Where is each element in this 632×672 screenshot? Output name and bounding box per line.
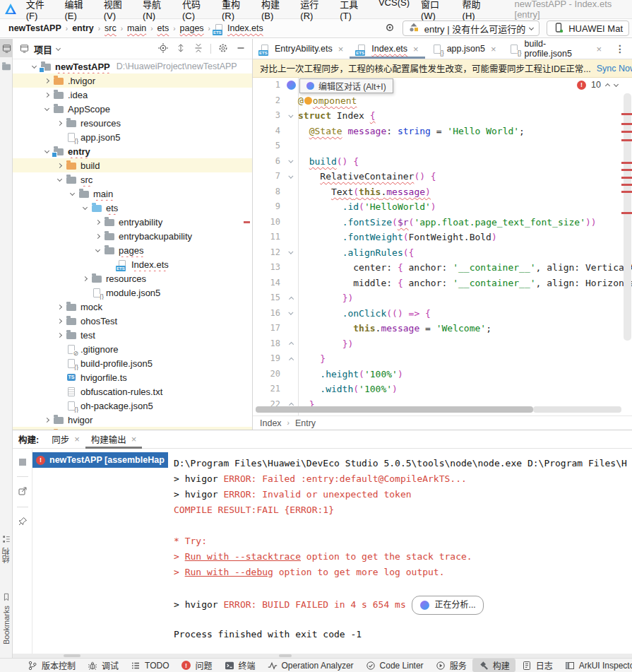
tree-row[interactable]: entry (13, 144, 252, 158)
tool-button-structure[interactable]: 结构 (0, 534, 13, 563)
close-icon[interactable]: × (131, 434, 137, 444)
tree-row[interactable]: build (13, 158, 252, 172)
menu-item[interactable]: 运行(R) (294, 0, 334, 23)
tree-row[interactable]: src (13, 172, 252, 187)
tree-chevron[interactable] (54, 319, 66, 323)
error-stripe-mark[interactable] (621, 113, 632, 115)
editor-tab[interactable]: ETSEntryAbility.ets× (253, 39, 350, 59)
tree-row[interactable]: newTestAPPD:\HuaweiProject\newTestAPP (13, 59, 252, 73)
tree-row[interactable]: mock (13, 300, 252, 314)
tree-chevron[interactable] (54, 305, 66, 309)
fold-marker[interactable] (284, 115, 298, 117)
menu-item[interactable]: 导航(N) (137, 0, 177, 23)
tree-row[interactable]: .hvigor (13, 73, 252, 88)
console-link[interactable]: Run with --debug (185, 567, 273, 577)
menu-item[interactable]: 编辑(E) (59, 0, 97, 23)
tree-row[interactable]: .idea (13, 88, 252, 102)
tree-row[interactable]: resources (13, 116, 252, 130)
status-bar-item[interactable]: ArkUI Inspector (559, 659, 632, 672)
close-icon[interactable]: × (74, 434, 80, 444)
menu-item[interactable]: 重构(R) (216, 0, 256, 23)
tree-chevron[interactable] (92, 220, 104, 224)
tree-row[interactable]: pages (13, 243, 252, 257)
tree-chevron[interactable] (41, 108, 53, 110)
close-icon[interactable]: × (338, 44, 344, 54)
settings-gear-button[interactable] (217, 42, 229, 55)
error-stripe-mark[interactable] (621, 139, 632, 141)
tree-row[interactable]: ⊘.gitignore (13, 342, 252, 356)
prev-error-icon[interactable] (605, 83, 610, 88)
status-bar-item[interactable]: Operation Analyzer (261, 659, 359, 672)
build-panel-tab[interactable]: 构建输出× (85, 430, 143, 449)
build-task-item[interactable]: ! newTestAPP [assembleHap (32, 452, 168, 468)
tree-row[interactable]: TShvigorfile.ts (13, 370, 252, 384)
tree-row[interactable]: {}build-profile.json5 (13, 356, 252, 370)
fold-marker[interactable] (284, 341, 298, 346)
tree-chevron[interactable] (54, 122, 66, 125)
pin-button[interactable] (17, 516, 28, 529)
collapse-all-button[interactable] (193, 42, 204, 55)
tree-row[interactable]: entryability (13, 215, 252, 229)
error-stripe-mark[interactable] (621, 191, 632, 193)
tree-chevron[interactable] (79, 277, 91, 281)
stop-button[interactable] (17, 456, 28, 468)
status-bar-item[interactable]: TODO (124, 659, 174, 672)
status-bar-item[interactable]: !问题 (174, 659, 217, 672)
tree-row[interactable]: resources (13, 271, 252, 285)
tree-row[interactable]: {}module.json5 (13, 285, 252, 300)
run-target-icon[interactable] (384, 22, 395, 33)
error-stripe-mark[interactable] (621, 131, 632, 133)
breadcrumb-item[interactable]: ets (156, 23, 171, 33)
tool-button-project-tool[interactable] (0, 39, 13, 57)
tool-button-bookmarks[interactable]: Bookmarks (0, 591, 13, 644)
tree-row[interactable]: ets (13, 201, 252, 215)
build-panel-tab[interactable]: 同步× (46, 430, 85, 449)
error-stripe-mark[interactable] (621, 169, 632, 171)
breadcrumb-item[interactable]: newTestAPP (7, 23, 63, 33)
error-stripe-mark[interactable] (621, 177, 632, 179)
horizontal-scrollbar[interactable] (256, 406, 533, 413)
tool-button-folder-tool[interactable] (0, 57, 13, 76)
fold-marker[interactable] (284, 252, 298, 254)
tree-row[interactable]: main (13, 187, 252, 201)
fold-marker[interactable] (284, 312, 298, 314)
device-select[interactable]: HUAWEI Mat (547, 20, 629, 36)
close-icon[interactable]: × (596, 44, 602, 54)
breadcrumb-item[interactable]: Index.ets (226, 23, 265, 33)
build-console[interactable]: D:\Program Files\Huawei\DevEco Studio 5.… (168, 449, 632, 654)
tree-chevron[interactable] (41, 79, 53, 83)
expand-all-button[interactable] (175, 42, 186, 55)
attach-target-icon[interactable] (384, 22, 395, 35)
tree-chevron[interactable] (54, 334, 66, 337)
scrollbar-thumb[interactable] (64, 654, 81, 657)
status-bar-item[interactable]: 服务 (429, 659, 472, 672)
tree-row[interactable]: AppScope (13, 102, 252, 116)
fold-marker[interactable] (284, 176, 298, 178)
tree-row[interactable]: ohosTest (13, 314, 252, 328)
tree-row[interactable]: ETSIndex.ets (13, 257, 252, 271)
tree-chevron[interactable] (54, 164, 66, 167)
fold-marker[interactable] (284, 357, 298, 362)
tree-row[interactable]: {}app.json5 (13, 130, 252, 144)
locate-button[interactable] (157, 42, 169, 55)
tree-row[interactable] (13, 427, 252, 430)
tree-chevron[interactable] (54, 179, 66, 181)
breadcrumb-item[interactable]: entry (71, 23, 95, 33)
tree-chevron[interactable] (66, 193, 78, 195)
sync-now-link[interactable]: Sync Now (597, 64, 632, 73)
status-bar-item[interactable]: 终端 (218, 659, 261, 672)
project-panel-title[interactable]: 项目 (34, 42, 52, 56)
tree-row[interactable]: test (13, 328, 252, 342)
breadcrumb-item[interactable]: main (126, 23, 148, 33)
menu-item[interactable]: 工具(T) (334, 0, 373, 23)
menu-item[interactable]: 构建(B) (256, 0, 294, 23)
tree-chevron[interactable] (41, 93, 53, 97)
error-stripe-mark[interactable] (621, 184, 632, 186)
status-bar-item[interactable]: 调试 (81, 659, 124, 672)
tree-chevron[interactable] (41, 418, 53, 422)
tree-row[interactable]: entrybackupability (13, 229, 252, 243)
tree-chevron[interactable] (92, 235, 104, 238)
fold-marker[interactable] (284, 296, 298, 301)
status-bar-item[interactable]: 构建 (472, 659, 515, 672)
tree-chevron[interactable] (79, 207, 91, 209)
